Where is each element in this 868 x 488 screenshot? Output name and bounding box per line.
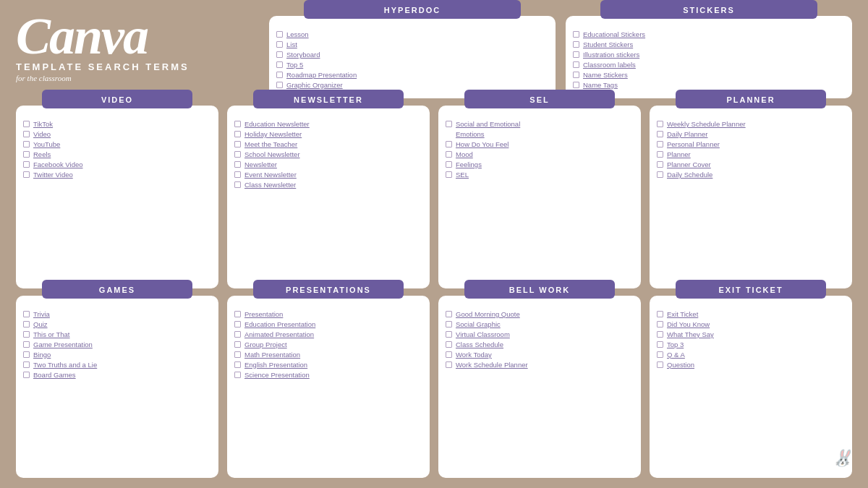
item-link[interactable]: Planner: [667, 150, 691, 158]
checkbox-icon[interactable]: [657, 151, 663, 158]
item-link[interactable]: Trivia: [33, 310, 50, 318]
item-link[interactable]: Mood: [456, 150, 473, 158]
checkbox-icon[interactable]: [446, 141, 452, 147]
checkbox-icon[interactable]: [23, 372, 30, 378]
item-link[interactable]: Feelings: [456, 160, 482, 168]
item-link[interactable]: Twitter Video: [33, 171, 73, 179]
item-link[interactable]: Virtual Classroom: [456, 330, 510, 338]
checkbox-icon[interactable]: [573, 31, 579, 38]
checkbox-icon[interactable]: [234, 141, 241, 147]
checkbox-icon[interactable]: [234, 341, 241, 348]
item-link[interactable]: TikTok: [33, 120, 53, 128]
checkbox-icon[interactable]: [657, 171, 663, 178]
item-link[interactable]: Reels: [33, 150, 51, 158]
item-link[interactable]: Meet the Teacher: [244, 140, 297, 148]
checkbox-icon[interactable]: [234, 372, 241, 378]
item-link[interactable]: Top 5: [286, 61, 303, 69]
item-link[interactable]: Board Games: [33, 371, 76, 379]
checkbox-icon[interactable]: [446, 341, 452, 348]
item-link[interactable]: Newsletter: [244, 160, 277, 168]
checkbox-icon[interactable]: [657, 341, 663, 348]
checkbox-icon[interactable]: [657, 131, 663, 137]
checkbox-icon[interactable]: [573, 41, 579, 48]
checkbox-icon[interactable]: [573, 61, 579, 68]
checkbox-icon[interactable]: [23, 331, 30, 338]
item-link[interactable]: School Newsletter: [244, 150, 300, 158]
checkbox-icon[interactable]: [23, 361, 30, 368]
checkbox-icon[interactable]: [276, 72, 283, 78]
checkbox-icon[interactable]: [446, 151, 452, 158]
item-link[interactable]: Exit Ticket: [667, 310, 698, 318]
checkbox-icon[interactable]: [657, 321, 663, 328]
checkbox-icon[interactable]: [573, 72, 579, 78]
checkbox-icon[interactable]: [23, 161, 30, 168]
item-link[interactable]: YouTube: [33, 140, 60, 148]
item-link[interactable]: Group Project: [244, 341, 287, 348]
checkbox-icon[interactable]: [276, 61, 283, 68]
checkbox-icon[interactable]: [657, 351, 663, 358]
checkbox-icon[interactable]: [23, 131, 30, 137]
item-link[interactable]: Education Newsletter: [244, 120, 310, 128]
checkbox-icon[interactable]: [234, 121, 241, 127]
checkbox-icon[interactable]: [276, 51, 283, 58]
item-link[interactable]: Educational Stickers: [583, 30, 645, 38]
checkbox-icon[interactable]: [657, 331, 663, 338]
item-link[interactable]: Personal Planner: [667, 140, 720, 148]
checkbox-icon[interactable]: [276, 31, 283, 38]
checkbox-icon[interactable]: [234, 131, 241, 137]
checkbox-icon[interactable]: [234, 361, 241, 368]
item-link[interactable]: Daily Schedule: [667, 171, 712, 179]
item-link[interactable]: Classroom labels: [583, 61, 636, 69]
item-link[interactable]: Emotions: [456, 130, 485, 138]
item-link[interactable]: Video: [33, 130, 51, 138]
checkbox-icon[interactable]: [657, 141, 663, 147]
item-link[interactable]: Game Presentation: [33, 341, 93, 348]
item-link[interactable]: Two Truths and a Lie: [33, 361, 97, 369]
item-link[interactable]: Planner Cover: [667, 160, 711, 168]
item-link[interactable]: Lesson: [286, 30, 309, 38]
checkbox-icon[interactable]: [234, 161, 241, 168]
checkbox-icon[interactable]: [446, 161, 452, 168]
checkbox-icon[interactable]: [657, 161, 663, 168]
checkbox-icon[interactable]: [657, 361, 663, 368]
checkbox-icon[interactable]: [23, 141, 30, 147]
checkbox-icon[interactable]: [234, 311, 241, 317]
item-link[interactable]: Name Tags: [583, 81, 618, 89]
item-link[interactable]: Weekly Schedule Planner: [667, 120, 746, 128]
item-link[interactable]: Daily Planner: [667, 130, 708, 138]
item-link[interactable]: Work Today: [456, 351, 492, 359]
checkbox-icon[interactable]: [23, 351, 30, 358]
item-link[interactable]: Presentation: [244, 310, 283, 318]
checkbox-icon[interactable]: [234, 321, 241, 328]
checkbox-icon[interactable]: [234, 181, 241, 188]
item-link[interactable]: Graphic Organizer: [286, 81, 343, 89]
checkbox-icon[interactable]: [234, 351, 241, 358]
item-link[interactable]: Social Graphic: [456, 320, 501, 328]
item-link[interactable]: What They Say: [667, 330, 714, 338]
item-link[interactable]: Education Presentation: [244, 320, 315, 328]
item-link[interactable]: Class Newsletter: [244, 181, 296, 189]
item-link[interactable]: Did You Know: [667, 320, 710, 328]
checkbox-icon[interactable]: [23, 121, 30, 127]
item-link[interactable]: How Do You Feel: [456, 140, 509, 148]
checkbox-icon[interactable]: [446, 361, 452, 368]
item-link[interactable]: Student Stickers: [583, 40, 633, 48]
item-link[interactable]: List: [286, 40, 297, 48]
item-link[interactable]: Roadmap Presentation: [286, 71, 357, 79]
item-link[interactable]: Animated Presentation: [244, 330, 314, 338]
checkbox-icon[interactable]: [573, 51, 579, 58]
item-link[interactable]: Work Schedule Planner: [456, 361, 528, 369]
checkbox-icon[interactable]: [234, 151, 241, 158]
item-link[interactable]: Illustration stickers: [583, 51, 639, 59]
item-link[interactable]: Question: [667, 361, 694, 369]
checkbox-icon[interactable]: [573, 82, 579, 88]
checkbox-icon[interactable]: [446, 171, 452, 178]
checkbox-icon[interactable]: [446, 321, 452, 328]
checkbox-icon[interactable]: [23, 341, 30, 348]
checkbox-icon[interactable]: [446, 311, 452, 317]
checkbox-icon[interactable]: [23, 171, 30, 178]
checkbox-icon[interactable]: [23, 321, 30, 328]
item-link[interactable]: Holiday Newsletter: [244, 130, 302, 138]
checkbox-icon[interactable]: [234, 171, 241, 178]
checkbox-icon[interactable]: [657, 121, 663, 127]
